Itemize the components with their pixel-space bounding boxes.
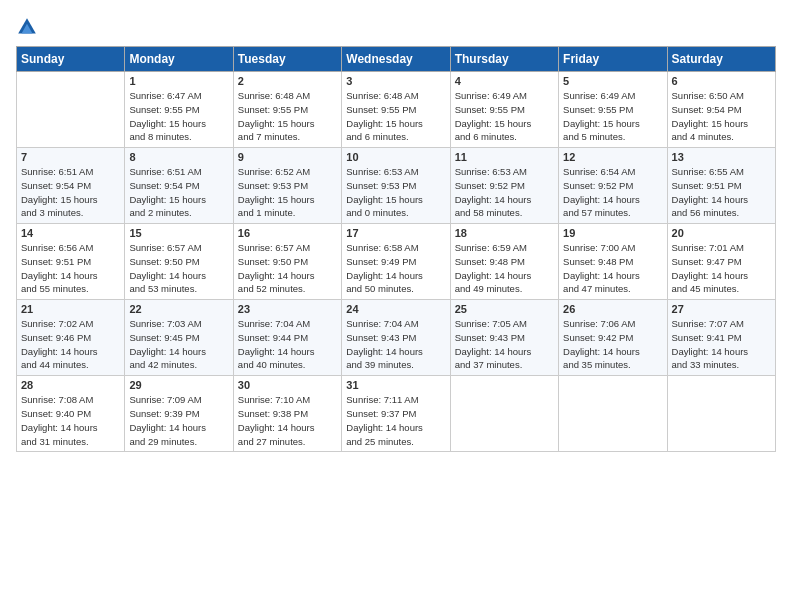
day-number: 8: [129, 151, 228, 163]
calendar-cell: 25Sunrise: 7:05 AM Sunset: 9:43 PM Dayli…: [450, 300, 558, 376]
day-number: 28: [21, 379, 120, 391]
calendar-cell: 13Sunrise: 6:55 AM Sunset: 9:51 PM Dayli…: [667, 148, 775, 224]
calendar-cell: 24Sunrise: 7:04 AM Sunset: 9:43 PM Dayli…: [342, 300, 450, 376]
day-info: Sunrise: 7:05 AM Sunset: 9:43 PM Dayligh…: [455, 317, 554, 372]
calendar-cell: 6Sunrise: 6:50 AM Sunset: 9:54 PM Daylig…: [667, 72, 775, 148]
day-number: 26: [563, 303, 662, 315]
calendar-cell: 3Sunrise: 6:48 AM Sunset: 9:55 PM Daylig…: [342, 72, 450, 148]
day-number: 29: [129, 379, 228, 391]
day-number: 20: [672, 227, 771, 239]
day-info: Sunrise: 7:03 AM Sunset: 9:45 PM Dayligh…: [129, 317, 228, 372]
day-info: Sunrise: 7:10 AM Sunset: 9:38 PM Dayligh…: [238, 393, 337, 448]
calendar-cell: 7Sunrise: 6:51 AM Sunset: 9:54 PM Daylig…: [17, 148, 125, 224]
calendar-cell: 22Sunrise: 7:03 AM Sunset: 9:45 PM Dayli…: [125, 300, 233, 376]
day-info: Sunrise: 7:04 AM Sunset: 9:44 PM Dayligh…: [238, 317, 337, 372]
calendar-cell: 11Sunrise: 6:53 AM Sunset: 9:52 PM Dayli…: [450, 148, 558, 224]
day-info: Sunrise: 7:11 AM Sunset: 9:37 PM Dayligh…: [346, 393, 445, 448]
calendar-cell: 29Sunrise: 7:09 AM Sunset: 9:39 PM Dayli…: [125, 376, 233, 452]
day-info: Sunrise: 6:54 AM Sunset: 9:52 PM Dayligh…: [563, 165, 662, 220]
day-info: Sunrise: 6:57 AM Sunset: 9:50 PM Dayligh…: [238, 241, 337, 296]
week-row-1: 1Sunrise: 6:47 AM Sunset: 9:55 PM Daylig…: [17, 72, 776, 148]
calendar-cell: 31Sunrise: 7:11 AM Sunset: 9:37 PM Dayli…: [342, 376, 450, 452]
calendar-cell: 8Sunrise: 6:51 AM Sunset: 9:54 PM Daylig…: [125, 148, 233, 224]
day-info: Sunrise: 6:51 AM Sunset: 9:54 PM Dayligh…: [129, 165, 228, 220]
weekday-sunday: Sunday: [17, 47, 125, 72]
weekday-monday: Monday: [125, 47, 233, 72]
day-number: 10: [346, 151, 445, 163]
weekday-friday: Friday: [559, 47, 667, 72]
day-number: 22: [129, 303, 228, 315]
calendar-cell: [450, 376, 558, 452]
calendar-cell: 4Sunrise: 6:49 AM Sunset: 9:55 PM Daylig…: [450, 72, 558, 148]
week-row-4: 21Sunrise: 7:02 AM Sunset: 9:46 PM Dayli…: [17, 300, 776, 376]
calendar-cell: 23Sunrise: 7:04 AM Sunset: 9:44 PM Dayli…: [233, 300, 341, 376]
calendar-cell: 5Sunrise: 6:49 AM Sunset: 9:55 PM Daylig…: [559, 72, 667, 148]
day-number: 5: [563, 75, 662, 87]
calendar-cell: 28Sunrise: 7:08 AM Sunset: 9:40 PM Dayli…: [17, 376, 125, 452]
day-number: 13: [672, 151, 771, 163]
calendar-cell: 15Sunrise: 6:57 AM Sunset: 9:50 PM Dayli…: [125, 224, 233, 300]
day-info: Sunrise: 6:51 AM Sunset: 9:54 PM Dayligh…: [21, 165, 120, 220]
calendar-cell: 14Sunrise: 6:56 AM Sunset: 9:51 PM Dayli…: [17, 224, 125, 300]
day-number: 14: [21, 227, 120, 239]
page-header: [16, 16, 776, 38]
day-info: Sunrise: 6:48 AM Sunset: 9:55 PM Dayligh…: [238, 89, 337, 144]
day-info: Sunrise: 7:00 AM Sunset: 9:48 PM Dayligh…: [563, 241, 662, 296]
calendar-cell: 10Sunrise: 6:53 AM Sunset: 9:53 PM Dayli…: [342, 148, 450, 224]
calendar-cell: [667, 376, 775, 452]
calendar-cell: 16Sunrise: 6:57 AM Sunset: 9:50 PM Dayli…: [233, 224, 341, 300]
logo: [16, 16, 42, 38]
calendar-cell: 30Sunrise: 7:10 AM Sunset: 9:38 PM Dayli…: [233, 376, 341, 452]
day-info: Sunrise: 7:07 AM Sunset: 9:41 PM Dayligh…: [672, 317, 771, 372]
day-number: 11: [455, 151, 554, 163]
day-number: 18: [455, 227, 554, 239]
calendar-cell: 1Sunrise: 6:47 AM Sunset: 9:55 PM Daylig…: [125, 72, 233, 148]
calendar-table: SundayMondayTuesdayWednesdayThursdayFrid…: [16, 46, 776, 452]
day-number: 9: [238, 151, 337, 163]
day-number: 27: [672, 303, 771, 315]
calendar-cell: [559, 376, 667, 452]
day-number: 2: [238, 75, 337, 87]
calendar-cell: 26Sunrise: 7:06 AM Sunset: 9:42 PM Dayli…: [559, 300, 667, 376]
day-number: 1: [129, 75, 228, 87]
day-number: 31: [346, 379, 445, 391]
day-info: Sunrise: 7:06 AM Sunset: 9:42 PM Dayligh…: [563, 317, 662, 372]
week-row-3: 14Sunrise: 6:56 AM Sunset: 9:51 PM Dayli…: [17, 224, 776, 300]
day-number: 25: [455, 303, 554, 315]
day-number: 24: [346, 303, 445, 315]
day-number: 23: [238, 303, 337, 315]
calendar-cell: 27Sunrise: 7:07 AM Sunset: 9:41 PM Dayli…: [667, 300, 775, 376]
day-info: Sunrise: 6:58 AM Sunset: 9:49 PM Dayligh…: [346, 241, 445, 296]
weekday-header-row: SundayMondayTuesdayWednesdayThursdayFrid…: [17, 47, 776, 72]
calendar-cell: 9Sunrise: 6:52 AM Sunset: 9:53 PM Daylig…: [233, 148, 341, 224]
day-info: Sunrise: 6:55 AM Sunset: 9:51 PM Dayligh…: [672, 165, 771, 220]
day-info: Sunrise: 6:49 AM Sunset: 9:55 PM Dayligh…: [563, 89, 662, 144]
day-number: 4: [455, 75, 554, 87]
calendar-cell: 2Sunrise: 6:48 AM Sunset: 9:55 PM Daylig…: [233, 72, 341, 148]
day-info: Sunrise: 6:53 AM Sunset: 9:53 PM Dayligh…: [346, 165, 445, 220]
day-info: Sunrise: 6:47 AM Sunset: 9:55 PM Dayligh…: [129, 89, 228, 144]
weekday-thursday: Thursday: [450, 47, 558, 72]
weekday-tuesday: Tuesday: [233, 47, 341, 72]
day-info: Sunrise: 7:01 AM Sunset: 9:47 PM Dayligh…: [672, 241, 771, 296]
calendar-cell: 21Sunrise: 7:02 AM Sunset: 9:46 PM Dayli…: [17, 300, 125, 376]
day-info: Sunrise: 6:56 AM Sunset: 9:51 PM Dayligh…: [21, 241, 120, 296]
logo-icon: [16, 16, 38, 38]
calendar-cell: 17Sunrise: 6:58 AM Sunset: 9:49 PM Dayli…: [342, 224, 450, 300]
calendar-cell: 18Sunrise: 6:59 AM Sunset: 9:48 PM Dayli…: [450, 224, 558, 300]
day-info: Sunrise: 7:08 AM Sunset: 9:40 PM Dayligh…: [21, 393, 120, 448]
day-info: Sunrise: 7:09 AM Sunset: 9:39 PM Dayligh…: [129, 393, 228, 448]
day-number: 17: [346, 227, 445, 239]
day-info: Sunrise: 6:52 AM Sunset: 9:53 PM Dayligh…: [238, 165, 337, 220]
day-number: 3: [346, 75, 445, 87]
day-info: Sunrise: 6:49 AM Sunset: 9:55 PM Dayligh…: [455, 89, 554, 144]
day-number: 7: [21, 151, 120, 163]
day-info: Sunrise: 7:04 AM Sunset: 9:43 PM Dayligh…: [346, 317, 445, 372]
week-row-2: 7Sunrise: 6:51 AM Sunset: 9:54 PM Daylig…: [17, 148, 776, 224]
day-number: 21: [21, 303, 120, 315]
day-info: Sunrise: 6:48 AM Sunset: 9:55 PM Dayligh…: [346, 89, 445, 144]
day-number: 12: [563, 151, 662, 163]
weekday-wednesday: Wednesday: [342, 47, 450, 72]
day-number: 16: [238, 227, 337, 239]
calendar-cell: 19Sunrise: 7:00 AM Sunset: 9:48 PM Dayli…: [559, 224, 667, 300]
